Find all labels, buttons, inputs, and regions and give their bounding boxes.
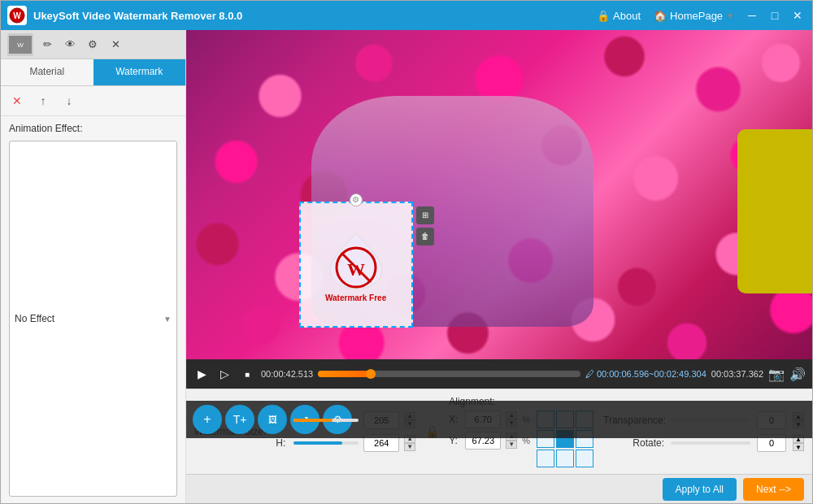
- about-label: About: [613, 10, 641, 22]
- app-title: UkeySoft Video Watermark Remover 8.0.0: [33, 10, 597, 22]
- app-window: W UkeySoft Video Watermark Remover 8.0.0…: [0, 0, 813, 504]
- dropdown-arrow: ▼: [726, 11, 734, 20]
- minimize-button[interactable]: ─: [744, 7, 760, 24]
- sidebar: W ✏ 👁 ⚙ ✕ Material Watermark ✕: [1, 30, 186, 503]
- play-button[interactable]: ▶: [193, 365, 211, 383]
- svg-text:W: W: [13, 11, 21, 20]
- text-watermark-button[interactable]: T+: [225, 405, 254, 434]
- screenshot-icon[interactable]: 📷: [768, 367, 785, 382]
- close-sidebar-button[interactable]: ✕: [107, 36, 124, 54]
- lock-icon: 🔒: [597, 10, 610, 22]
- volume-icon[interactable]: 🔊: [789, 367, 806, 382]
- height-slider-fill: [293, 441, 342, 445]
- image-watermark-button[interactable]: 🖼: [258, 405, 287, 434]
- y-decrement-button[interactable]: ▼: [506, 441, 517, 449]
- maximize-button[interactable]: □: [767, 7, 783, 24]
- next-button[interactable]: Next -->: [743, 478, 804, 501]
- down-action-button[interactable]: ↓: [59, 91, 79, 111]
- homepage-nav-item[interactable]: 🏠 HomePage ▼: [654, 10, 734, 22]
- video-background: ⊞ 🗑 W: [186, 30, 812, 359]
- footer-buttons: Apply to All Next -->: [186, 474, 812, 503]
- video-canvas: ⊞ 🗑 W: [186, 30, 812, 359]
- h-label: H:: [276, 437, 289, 449]
- align-bottom-left[interactable]: [537, 450, 554, 467]
- height-slider[interactable]: [293, 441, 359, 445]
- animation-effect-select[interactable]: No Effect ▼: [9, 141, 177, 497]
- main-content: W ✏ 👁 ⚙ ✕ Material Watermark ✕: [1, 30, 812, 503]
- delete-action-button[interactable]: ✕: [7, 91, 27, 111]
- up-action-button[interactable]: ↑: [33, 91, 53, 111]
- timeline-slider[interactable]: [318, 371, 580, 377]
- current-time-display: 00:00:42.513: [261, 369, 313, 379]
- yellow-jacket: [737, 129, 812, 294]
- total-time-display: 00:03:37.362: [711, 369, 763, 379]
- watermark-resize-button[interactable]: ⊞: [416, 206, 434, 224]
- step-play-button[interactable]: ▷: [215, 365, 233, 383]
- watermark-logo: W: [324, 227, 389, 292]
- title-bar-nav: 🔒 About 🏠 HomePage ▼: [597, 10, 734, 22]
- homepage-label: HomePage: [670, 10, 723, 22]
- about-nav-item[interactable]: 🔒 About: [597, 10, 641, 22]
- app-logo: W: [7, 6, 27, 25]
- edit-toolbar: + T+ 🖼 ↗ ⚙: [186, 401, 812, 438]
- rotate-slider[interactable]: [671, 441, 750, 445]
- select-dropdown-arrow: ▼: [163, 315, 172, 324]
- width-slider[interactable]: [293, 419, 359, 422]
- sidebar-controls: Animation Effect: No Effect ▼: [1, 116, 185, 503]
- window-controls: ─ □ ✕: [744, 7, 806, 24]
- watermark-move-handle[interactable]: [350, 193, 363, 206]
- align-bottom-right[interactable]: [576, 450, 593, 467]
- svg-text:W: W: [17, 41, 24, 49]
- playback-toolbar: ▶ ▷ ■ 00:00:42.513 🖊 00:00:06.596~00:02:…: [186, 359, 812, 389]
- align-bottom-center[interactable]: [556, 450, 574, 467]
- sidebar-actions: ✕ ↑ ↓: [1, 86, 185, 116]
- stop-button[interactable]: ■: [238, 365, 256, 383]
- thumbnail-preview: W: [7, 33, 33, 56]
- watermark-label: Watermark Free: [325, 293, 386, 302]
- material-tab[interactable]: Material: [1, 59, 93, 85]
- watermark-tab[interactable]: Watermark: [93, 59, 186, 85]
- timeline-progress: [318, 371, 371, 377]
- video-area: ⊞ 🗑 W: [186, 30, 812, 503]
- segment-time-display: 🖊 00:00:06.596~00:02:49.304: [585, 369, 706, 379]
- settings-tool-button[interactable]: ⚙: [84, 36, 102, 54]
- watermark-delete-button[interactable]: 🗑: [416, 228, 434, 245]
- apply-to-all-button[interactable]: Apply to All: [663, 478, 737, 501]
- height-decrement-button[interactable]: ▼: [404, 443, 415, 451]
- selected-effect-label: No Effect: [15, 313, 54, 324]
- title-bar: W UkeySoft Video Watermark Remover 8.0.0…: [1, 1, 812, 30]
- eye-tool-button[interactable]: 👁: [61, 36, 79, 54]
- close-button[interactable]: ✕: [789, 7, 806, 24]
- sidebar-tabs: Material Watermark: [1, 59, 185, 86]
- svg-text:W: W: [347, 259, 365, 280]
- animation-effect-label: Animation Effect:: [9, 123, 83, 134]
- animation-effect-row: Animation Effect:: [9, 123, 177, 134]
- rotate-label: Rotate:: [603, 437, 664, 449]
- rotate-decrement-button[interactable]: ▼: [793, 443, 804, 451]
- watermark-overlay[interactable]: ⊞ 🗑 W: [299, 202, 413, 328]
- pencil-tool-button[interactable]: ✏: [38, 36, 56, 54]
- home-icon: 🏠: [654, 10, 667, 22]
- sidebar-toolbar: W ✏ 👁 ⚙ ✕: [1, 30, 185, 59]
- timeline-thumb[interactable]: [366, 369, 376, 379]
- width-slider-fill: [293, 419, 333, 422]
- add-watermark-button[interactable]: +: [193, 405, 222, 434]
